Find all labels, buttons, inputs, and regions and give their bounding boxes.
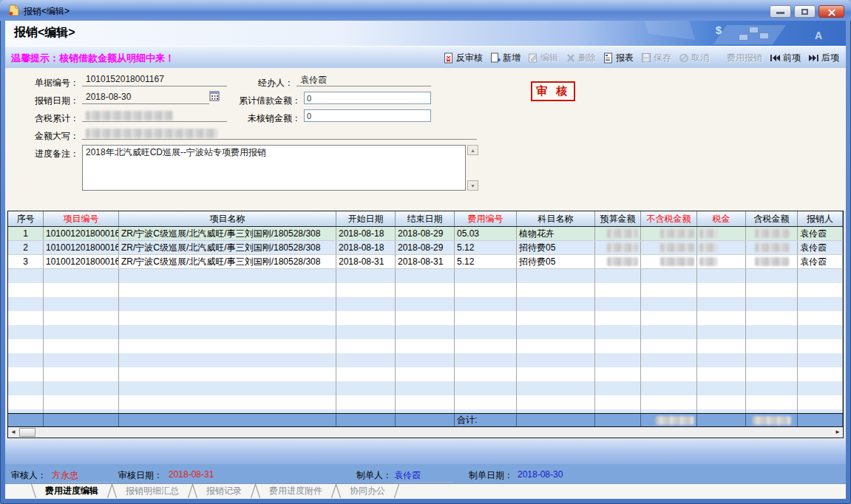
toolbar-button-编辑: 编辑 (524, 50, 562, 67)
sum-label: 合计: (455, 414, 517, 426)
toolbar-band: 温馨提示：核销借款金额从明细中来！ 反审核新增编辑删除报表保存取消费用报销前项后… (5, 46, 846, 68)
column-header-预算金额[interactable]: 预算金额 (595, 211, 641, 226)
scroll-up-button[interactable]: ▲ (467, 145, 478, 155)
column-header-含税金额[interactable]: 含税金额 (746, 211, 798, 226)
next-icon (808, 53, 819, 63)
empty-row (8, 297, 843, 311)
redacted-value (755, 229, 789, 238)
toolbar-button-报表[interactable]: 报表 (600, 50, 637, 67)
redacted-value (660, 257, 694, 266)
spacer-band (5, 440, 846, 464)
redacted-value (660, 243, 694, 252)
column-header-费用编号[interactable]: 费用编号 (455, 211, 517, 226)
empty-row (8, 283, 843, 297)
toolbar-button-删除: 删除 (562, 50, 600, 67)
column-header-开始日期[interactable]: 开始日期 (336, 211, 396, 226)
redacted-value (607, 229, 638, 238)
audit-date-value: 2018-08-31 (169, 469, 214, 480)
toolbar-button-反审核[interactable]: 反审核 (440, 50, 486, 67)
toolbar-button-label: 新增 (503, 52, 521, 64)
loan-total-input[interactable] (304, 92, 431, 104)
tab-协同办公[interactable]: 协同办公 (339, 484, 396, 499)
cell-不含税金额 (641, 255, 697, 268)
redacted-value (86, 129, 217, 138)
scroll-left-icon[interactable]: ◄ (10, 429, 16, 436)
cell-序号: 1 (8, 227, 44, 240)
horizontal-scrollbar[interactable]: ◄ ► (8, 426, 843, 437)
redacted-value (607, 243, 638, 252)
amount-words-field[interactable] (82, 127, 477, 140)
maximize-icon (801, 9, 808, 15)
redacted-total (753, 416, 791, 425)
toolbar-button-label: 报表 (616, 52, 634, 64)
redacted-value (699, 229, 717, 238)
scroll-down-button[interactable]: ▼ (467, 180, 478, 191)
table-row[interactable]: 11010012018000169ZR/宁波C级巡展/北汽威旺/事三刘国刚/18… (8, 227, 843, 241)
footer-info-bar: 审核人： 方永忠 审核日期： 2018-08-31 制单人： 袁伶霞 制单日期：… (5, 464, 846, 483)
cell-开始日期: 2018-08-18 (336, 227, 396, 240)
decor-finance-image: $ A (535, 21, 846, 46)
empty-row (8, 353, 843, 367)
calendar-icon[interactable] (209, 91, 220, 102)
maximize-button[interactable] (794, 5, 816, 18)
column-header-序号[interactable]: 序号 (8, 211, 44, 226)
cell-不含税金额 (641, 241, 697, 254)
table-row[interactable]: 31010012018000169ZR/宁波C级巡展/北汽威旺/事三刘国刚/18… (8, 255, 843, 269)
toolbar-button-新增[interactable]: 新增 (486, 50, 524, 67)
toolbar-button-label: 后项 (821, 52, 839, 64)
dollar-glyph: $ (716, 24, 722, 36)
detail-grid: 序号项目编号项目名称开始日期结束日期费用编号科目名称预算金额不含税金额税金含税金… (7, 211, 844, 438)
maker-value: 袁伶霞 (394, 469, 453, 483)
date-field[interactable]: 2018-08-30 (82, 92, 209, 104)
make-date-value: 2018-08-30 (518, 469, 563, 480)
minimize-icon (776, 12, 784, 14)
tab-费用进度编辑[interactable]: 费用进度编辑 (35, 484, 109, 499)
doc-no-label: 单据编号： (11, 77, 79, 89)
window-title: 报销<编辑> (24, 5, 69, 18)
cell-科目名称: 招待费05 (517, 241, 595, 254)
tab-报销明细汇总[interactable]: 报销明细汇总 (115, 484, 189, 499)
empty-row (8, 367, 843, 381)
cell-科目名称: 植物花卉 (517, 227, 595, 240)
notice-text: 温馨提示：核销借款金额从明细中来！ (11, 52, 174, 65)
tax-total-field[interactable] (82, 109, 227, 122)
doc-add-icon (490, 52, 501, 64)
toolbar-button-保存: 保存 (637, 50, 675, 67)
table-row[interactable]: 21010012018000169ZR/宁波C级巡展/北汽威旺/事三刘国刚/18… (8, 241, 843, 255)
auditor-value: 方永忠 (52, 469, 117, 483)
column-header-项目名称[interactable]: 项目名称 (119, 211, 336, 226)
column-header-不含税金额[interactable]: 不含税金额 (641, 211, 697, 226)
minimize-button[interactable] (770, 5, 791, 18)
progress-note-textarea[interactable]: 2018年北汽威旺CD巡展--宁波站专项费用报销 (82, 145, 466, 191)
column-header-科目名称[interactable]: 科目名称 (517, 211, 595, 226)
column-header-税金[interactable]: 税金 (697, 211, 746, 226)
cell-结束日期: 2018-08-29 (396, 227, 455, 240)
cell-报销人: 袁伶霞 (798, 241, 843, 254)
cell-结束日期: 2018-08-29 (396, 241, 455, 254)
doc-no-field[interactable]: 1010152018001167 (82, 74, 227, 86)
tab-费用进度附件[interactable]: 费用进度附件 (259, 484, 333, 499)
cell-结束日期: 2018-08-31 (396, 255, 455, 268)
cell-预算金额 (595, 227, 641, 240)
toolbar-button-后项[interactable]: 后项 (804, 50, 843, 67)
cell-税金 (697, 255, 746, 268)
close-button[interactable] (818, 5, 844, 18)
redacted-value (755, 243, 789, 252)
header-band: 报销<编辑> $ A (5, 21, 846, 46)
memo-scrollbar[interactable]: ▲ ▼ (467, 145, 478, 191)
grid-sum-row: 合计: (8, 413, 843, 426)
column-header-项目编号[interactable]: 项目编号 (44, 211, 119, 226)
column-header-报销人[interactable]: 报销人 (798, 211, 843, 226)
toolbar-button-前项[interactable]: 前项 (766, 50, 804, 67)
tax-total-label: 含税累计： (11, 112, 79, 125)
toolbar-button-label: 删除 (578, 52, 596, 64)
column-header-结束日期[interactable]: 结束日期 (396, 211, 455, 226)
agent-field[interactable]: 袁伶霞 (296, 74, 431, 86)
scrollbar-thumb[interactable] (19, 428, 35, 437)
scroll-right-icon[interactable]: ► (835, 429, 841, 436)
tab-报销记录[interactable]: 报销记录 (196, 484, 252, 499)
unverified-input[interactable] (304, 109, 431, 122)
empty-row (8, 311, 843, 325)
redacted-value (699, 243, 717, 252)
cell-预算金额 (595, 255, 641, 268)
